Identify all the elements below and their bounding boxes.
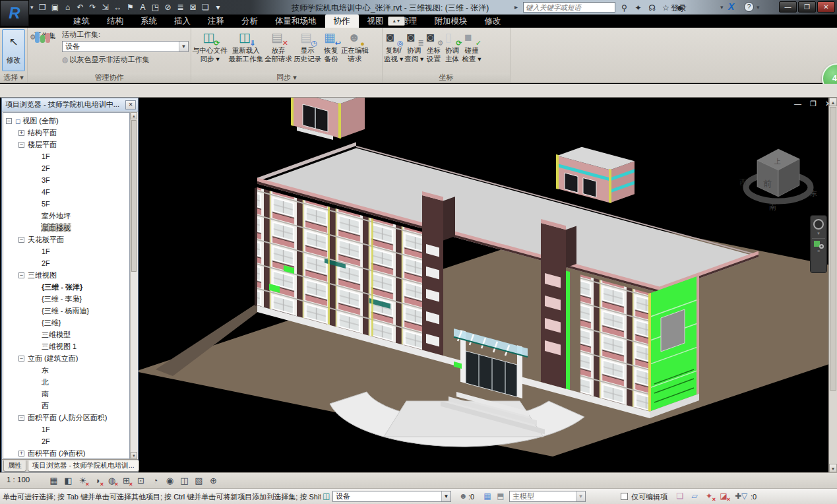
tree-item-label[interactable]: 北 [42,378,49,386]
ribbon-tab-插入[interactable]: 插入 [166,15,199,28]
ribbon-tab-修改[interactable]: 修改 [476,15,510,28]
ribbon-tab-分析[interactable]: 分析 [233,15,266,28]
select-pinned-icon[interactable]: ✦× [703,491,715,502]
steering-wheel-icon[interactable] [813,219,824,230]
tree-item[interactable]: {三维} [3,317,129,329]
visual-style-icon[interactable]: ◧ [62,474,75,487]
relinquish-all-button[interactable]: ▤✕放弃全部请求 [264,29,293,63]
tab-project-browser[interactable]: 项目浏览器 - 技师学院机电培训... [28,460,139,472]
collapse-icon[interactable]: − [18,142,24,148]
tree-scrollbar[interactable]: ▲ ▼ [130,112,137,459]
open-icon[interactable]: ❒ [38,1,47,13]
temporary-view-properties-icon[interactable]: ▧ [193,474,205,487]
penthouse-left[interactable] [291,98,365,140]
tree-item-label[interactable]: 室外地坪 [42,212,71,220]
view-restore-icon[interactable]: ❐ [810,100,817,108]
tree-item-label[interactable]: 4F [42,188,50,196]
tree-item-label[interactable]: 西 [42,402,49,410]
tree-item-label[interactable]: 1F [42,152,50,160]
infocenter-collapse-icon[interactable]: ▸ [514,3,518,11]
tree-item-label[interactable]: 1F [42,425,50,433]
status-workset-select[interactable]: 设备 ▼ [332,491,451,502]
tree-item-label[interactable]: 三维视图 [28,271,57,279]
tree-item[interactable]: 室外地坪 [3,210,129,222]
view-scale[interactable]: 1 : 100 [7,476,30,484]
tree-item[interactable]: −面积平面 (人防分区面积) [3,412,129,424]
drawing-area[interactable]: 上 前 南 东 西 —❐✕ ▾ ≡ ▲ ▼ 项目浏览器 - 技师学院机电培训中.… [0,98,837,472]
collapse-icon[interactable]: − [18,415,24,421]
tree-item[interactable]: 三维视图 1 [3,340,129,352]
expand-icon[interactable]: + [18,130,24,136]
ribbon-tab-结构[interactable]: 结构 [98,15,132,28]
tree-item[interactable]: 南 [3,388,129,400]
select-underlay-icon[interactable]: ▱ [689,491,700,502]
tree-item[interactable]: −楼层平面 [3,139,129,150]
editing-requests-icon[interactable]: ☻ [459,491,468,501]
navbar-options-icon[interactable]: ≡ [811,249,826,253]
selected-strip[interactable] [566,270,570,390]
close-inactive-windows-icon[interactable]: ⊠ [189,1,197,13]
communication-center-icon[interactable]: ☊ [648,2,656,14]
tree-item-label[interactable]: 1F [42,247,50,255]
subscription-key-icon[interactable]: ✦ [634,2,642,14]
reload-latest-button[interactable]: ◫⇓重新载入最新工作集 [228,29,264,63]
tree-item[interactable]: 3F [3,174,129,186]
application-menu-button[interactable]: R [0,0,29,26]
tree-item-label[interactable]: 5F [42,200,50,208]
ribbon-tab-附加模块[interactable]: 附加模块 [426,15,476,28]
right-wing-facade[interactable] [580,274,650,411]
worksharing-display-icon[interactable]: ◫ [178,474,191,487]
wheel-arrow-icon[interactable]: ▾ [811,231,826,236]
tree-item-label[interactable]: {三维 - 杨雨迪} [42,307,89,315]
restore-button[interactable]: ❐ [798,1,816,13]
aligned-dimension-icon[interactable]: ↔ [113,1,122,13]
text-icon[interactable]: A [139,1,147,13]
viewcube-west-label[interactable]: 西 [739,178,747,186]
design-option-select[interactable]: 主模型 ▼ [509,491,586,502]
detail-level-icon[interactable]: ▦ [47,474,60,487]
tree-item[interactable]: {三维 - 杨雨迪} [3,305,129,317]
gray-inactive-worksets-button[interactable]: ◍以灰色显示非活动工作集 [62,55,189,65]
help-icon[interactable]: ? [744,2,754,12]
ribbon-tab-视图[interactable]: 视图 [359,15,392,28]
worksets-button[interactable]: ⚙ 工作集 [30,29,59,73]
tree-item-label[interactable]: 南 [42,390,49,398]
tree-item[interactable]: −三维视图 [3,269,129,281]
ribbon-tab-系统[interactable]: 系统 [132,15,166,28]
shadows-icon[interactable]: ◑× [91,474,104,487]
tree-item-label[interactable]: 面积平面 (净面积) [28,449,85,457]
select-panel-label[interactable]: 选择 ▾ [0,73,27,82]
tree-item[interactable]: 1F [3,424,129,435]
search-input[interactable] [523,2,615,13]
viewcube-top-label[interactable]: 上 [774,158,781,165]
tree-item[interactable]: 1F [3,150,129,162]
show-crop-icon[interactable]: ⊡ [135,474,147,487]
tree-item[interactable]: −立面 (建筑立面) [3,352,129,364]
tree-item-label[interactable]: 三维视图 1 [42,342,77,350]
tree-item[interactable]: 1F [3,245,129,257]
reveal-hidden-elements-icon[interactable]: ◉ [164,474,176,487]
collapse-icon[interactable]: − [18,237,24,243]
signin-arrow-icon[interactable]: ▾ [720,4,724,11]
editing-requests-button[interactable]: ☻●正在编辑请求 [340,29,369,63]
tree-item[interactable]: 5F [3,198,129,210]
ribbon-tab-协作[interactable]: 协作 [325,15,359,28]
tree-item[interactable]: 三维模型 [3,329,129,340]
expand-icon[interactable]: + [18,451,24,457]
save-icon[interactable]: ▣ [51,1,59,13]
tree-item[interactable]: −天花板平面 [3,234,129,245]
modify-button[interactable]: ↖ 修改 [2,29,25,71]
close-icon[interactable]: ✕ [125,100,136,110]
tree-item-label[interactable]: 面积平面 (人防分区面积) [28,414,107,422]
scroll-down-icon[interactable]: ▼ [829,464,837,472]
customize-qat-icon[interactable]: ▾ [214,1,222,13]
view-vertical-scrollbar[interactable]: ▲ ▼ [828,98,837,472]
tree-item[interactable]: {三维 - 李枭} [3,293,129,305]
restore-backup-button[interactable]: ▦↩恢复备份 [322,29,340,63]
ribbon-tab-体量和场地[interactable]: 体量和场地 [266,15,325,28]
chevron-down-icon[interactable]: ▼ [441,491,450,501]
sync-with-central-button[interactable]: ◫⟳与中心文件同步 ▾ [192,29,228,63]
copy-monitor-button[interactable]: ◙◎复制/监视 ▾ [383,29,404,63]
scrollbar-thumb[interactable] [830,107,836,391]
tree-item[interactable]: {三维 - 张洋} [3,281,129,293]
